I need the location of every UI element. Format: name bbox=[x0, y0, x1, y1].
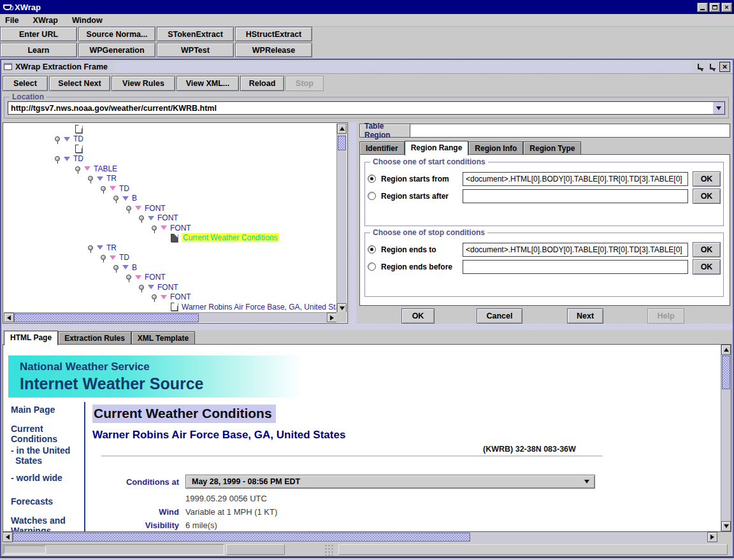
radio-button[interactable] bbox=[368, 175, 376, 183]
tree-vertical-scrollbar[interactable] bbox=[336, 124, 347, 313]
ok-button[interactable]: OK bbox=[693, 259, 721, 275]
tree-handle-icon[interactable] bbox=[113, 196, 119, 201]
tree-node-label[interactable]: Current Weather Conditions bbox=[182, 233, 279, 242]
tab-identifier[interactable]: Identifier bbox=[359, 141, 405, 155]
tree-expand-icon[interactable] bbox=[97, 176, 103, 181]
nav-link-main-page[interactable]: Main Page bbox=[11, 405, 81, 415]
maximize-icon[interactable] bbox=[709, 3, 720, 12]
toolbar-button-wprelease[interactable]: WPRelease bbox=[235, 43, 312, 57]
tree-expand-icon[interactable] bbox=[135, 275, 141, 280]
tree-row[interactable] bbox=[4, 144, 336, 154]
tree-expand-icon[interactable] bbox=[97, 245, 103, 250]
tree-expand-icon[interactable] bbox=[64, 157, 70, 161]
toolbar-button-wpgeneration[interactable]: WPGeneration bbox=[78, 43, 155, 57]
tab-extraction-rules[interactable]: Extraction Rules bbox=[58, 331, 131, 345]
scrollbar-thumb[interactable] bbox=[14, 313, 199, 322]
tree-expand-icon[interactable] bbox=[161, 226, 167, 230]
frame-button-reload[interactable]: Reload bbox=[240, 76, 284, 91]
scroll-right-icon[interactable] bbox=[707, 532, 717, 542]
tab-xml-template[interactable]: XML Template bbox=[131, 331, 195, 345]
tab-region-info[interactable]: Region Info bbox=[468, 141, 523, 155]
scrollbar-thumb[interactable] bbox=[722, 355, 730, 389]
toolbar-button-source-norma-[interactable]: Source Norma... bbox=[78, 27, 155, 41]
scroll-left-icon[interactable] bbox=[3, 532, 13, 542]
tree-node-label[interactable]: FONT bbox=[157, 213, 178, 222]
toolbar-button-stokenextract[interactable]: STokenExtract bbox=[157, 27, 234, 41]
tree-handle-icon[interactable] bbox=[101, 186, 106, 191]
tree-handle-icon[interactable] bbox=[55, 136, 60, 141]
nav-link-current-conditions[interactable]: Current Conditions bbox=[11, 424, 81, 444]
condition-path-input[interactable]: <document>.HTML[0].BODY[0].TABLE[0].TR[0… bbox=[463, 243, 688, 257]
toolbar-button-wptest[interactable]: WPTest bbox=[157, 43, 234, 57]
horizontal-split-divider[interactable] bbox=[1, 324, 733, 330]
tree-row[interactable]: B bbox=[4, 262, 336, 273]
iconify-icon[interactable] bbox=[695, 62, 705, 72]
tree-row[interactable]: FONT bbox=[4, 223, 336, 233]
tree-expand-icon[interactable] bbox=[122, 265, 129, 269]
scroll-down-icon[interactable] bbox=[721, 521, 731, 531]
tree-expand-icon[interactable] bbox=[148, 216, 154, 220]
tree-node-label[interactable]: TD bbox=[73, 134, 83, 143]
tree-handle-icon[interactable] bbox=[88, 245, 93, 250]
chevron-down-icon[interactable] bbox=[713, 102, 724, 114]
frame-button-view-rules[interactable]: View Rules bbox=[112, 76, 175, 91]
tree-node-label[interactable]: TD bbox=[119, 184, 129, 193]
scroll-up-icon[interactable] bbox=[337, 124, 347, 134]
ok-button[interactable]: OK bbox=[401, 308, 435, 324]
ok-button[interactable]: OK bbox=[693, 189, 721, 204]
tree-node-label[interactable]: FONT bbox=[145, 273, 166, 282]
scroll-up-icon[interactable] bbox=[721, 345, 731, 355]
tree-handle-icon[interactable] bbox=[88, 176, 93, 181]
nav-link-watches-and-warnings[interactable]: Watches and Warnings bbox=[11, 515, 81, 531]
ok-button[interactable]: OK bbox=[693, 171, 721, 187]
tree-row[interactable]: B bbox=[4, 194, 336, 204]
nav-link--in-the-united-states[interactable]: - in the United States bbox=[11, 445, 81, 466]
tree-row[interactable]: TD bbox=[4, 154, 336, 164]
frame-button-select-next[interactable]: Select Next bbox=[49, 76, 110, 91]
cancel-button[interactable]: Cancel bbox=[477, 308, 522, 324]
status-grip[interactable] bbox=[324, 543, 334, 556]
toolbar-button-enter-url[interactable]: Enter URL bbox=[0, 27, 77, 41]
scrollbar-thumb[interactable] bbox=[338, 136, 346, 150]
maximize-icon[interactable] bbox=[707, 62, 717, 72]
menu-xwrap[interactable]: XWrap bbox=[33, 16, 58, 25]
tree-handle-icon[interactable] bbox=[126, 275, 131, 280]
scrollbar-thumb[interactable] bbox=[13, 533, 470, 542]
region-name-field[interactable] bbox=[410, 124, 730, 138]
tree-expand-icon[interactable] bbox=[110, 186, 116, 190]
vertical-split-divider[interactable] bbox=[349, 122, 356, 324]
tree-row[interactable]: TR bbox=[4, 174, 336, 184]
tree-row[interactable]: TD bbox=[4, 253, 336, 263]
tree-row[interactable]: FONT bbox=[4, 282, 336, 292]
tree-row[interactable]: TD bbox=[4, 183, 336, 194]
tree-handle-icon[interactable] bbox=[152, 226, 157, 231]
condition-path-input[interactable] bbox=[463, 260, 688, 274]
tree-row[interactable]: FONT bbox=[4, 292, 336, 303]
tab-html-page[interactable]: HTML Page bbox=[4, 331, 58, 345]
close-icon[interactable]: × bbox=[721, 3, 732, 12]
condition-path-input[interactable]: <document>.HTML[0].BODY[0].TABLE[0].TR[0… bbox=[463, 172, 688, 186]
tree-row[interactable]: TD bbox=[4, 134, 336, 145]
frame-button-select[interactable]: Select bbox=[3, 76, 48, 91]
tree-expand-icon[interactable] bbox=[161, 295, 167, 299]
toolbar-button-hstructextract[interactable]: HStructExtract bbox=[235, 27, 312, 41]
tree-row[interactable]: TABLE bbox=[4, 164, 336, 174]
menu-file[interactable]: File bbox=[5, 16, 19, 25]
tree-expand-icon[interactable] bbox=[135, 206, 141, 210]
tree-node-label[interactable]: Warner Robins Air Force Base, GA, United… bbox=[182, 303, 336, 312]
tree-node-label[interactable]: TR bbox=[106, 174, 117, 183]
tree-node-label[interactable]: FONT bbox=[157, 283, 178, 292]
tree-handle-icon[interactable] bbox=[152, 294, 157, 299]
tree-node-label[interactable]: B bbox=[132, 263, 137, 272]
radio-button[interactable] bbox=[368, 262, 376, 271]
minimize-icon[interactable] bbox=[697, 3, 708, 12]
toolbar-button-learn[interactable]: Learn bbox=[0, 43, 77, 57]
frame-button-view-xml-[interactable]: View XML... bbox=[176, 76, 239, 91]
tab-table-region[interactable]: Table Region bbox=[359, 124, 410, 138]
tree-row[interactable]: FONT bbox=[4, 203, 336, 213]
tree-handle-icon[interactable] bbox=[75, 166, 80, 171]
tree-node-label[interactable]: TD bbox=[73, 154, 83, 163]
tree-handle-icon[interactable] bbox=[101, 255, 106, 260]
tree-row[interactable]: Warner Robins Air Force Base, GA, United… bbox=[4, 302, 336, 312]
conditions-time-select[interactable]: May 28, 1999 - 08:56 PM EDT bbox=[185, 475, 595, 489]
